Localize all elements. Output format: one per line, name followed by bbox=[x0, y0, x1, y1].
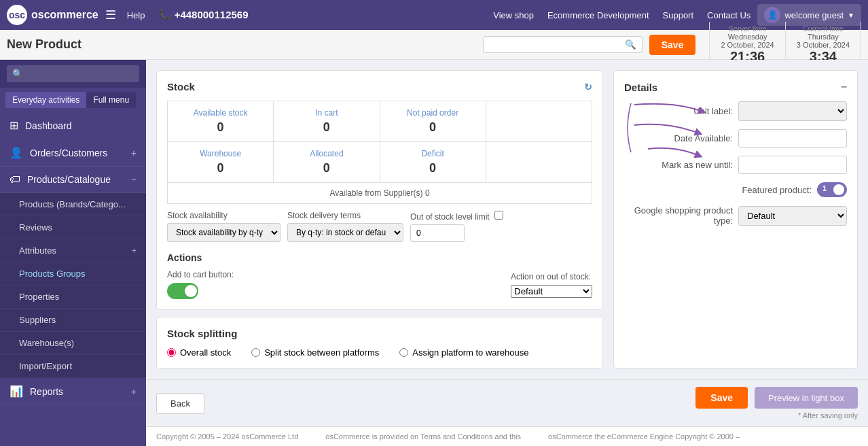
support-link[interactable]: Support bbox=[663, 10, 694, 20]
out-of-stock-input[interactable] bbox=[410, 224, 465, 242]
reports-expand-icon[interactable]: + bbox=[131, 386, 137, 397]
sidebar-item-warehouses[interactable]: Warehouse(s) bbox=[0, 332, 146, 355]
back-button[interactable]: Back bbox=[156, 393, 204, 414]
preview-button[interactable]: Preview in light box bbox=[755, 387, 858, 409]
warehouse-label: Warehouse bbox=[171, 149, 270, 158]
delivery-terms-group: Stock delivery terms By q-ty: in stock o… bbox=[287, 211, 403, 242]
orders-icon: 👤 bbox=[10, 146, 23, 159]
footer-terms: osCommerce is provided on Terms and Cond… bbox=[325, 432, 521, 441]
date-available-input[interactable] bbox=[738, 129, 847, 148]
delivery-terms-select[interactable]: By q-ty: in stock or defau bbox=[287, 223, 403, 242]
action-on-out-select[interactable]: Default bbox=[511, 285, 592, 298]
reports-icon: 📊 bbox=[10, 385, 23, 398]
sidebar-item-dashboard[interactable]: ⊞ Dashboard bbox=[0, 112, 146, 139]
server-time-label: Server time bbox=[721, 24, 774, 33]
actions-title: Actions bbox=[167, 252, 592, 263]
stock-splitting-title: Stock splitting bbox=[167, 328, 592, 339]
featured-product-label: Featured product: bbox=[723, 185, 812, 195]
sidebar-item-reviews[interactable]: Reviews bbox=[0, 216, 146, 239]
server-date: Wednesday2 October, 2024 bbox=[721, 33, 774, 49]
details-panel-title: Details − bbox=[624, 81, 847, 93]
contact-us-link[interactable]: Contact Us bbox=[707, 10, 751, 20]
sidebar-item-orders[interactable]: 👤 Orders/Customers + bbox=[0, 139, 146, 167]
everyday-activities-button[interactable]: Everyday activities bbox=[5, 92, 86, 108]
available-stock-label: Available stock bbox=[171, 108, 270, 118]
delivery-terms-label: Stock delivery terms bbox=[287, 211, 403, 220]
search-input[interactable] bbox=[484, 37, 619, 52]
featured-product-row: Featured product: 1 bbox=[624, 182, 847, 197]
overall-stock-radio[interactable] bbox=[167, 348, 176, 357]
in-cart-label: In cart bbox=[277, 108, 376, 118]
view-shop-link[interactable]: View shop bbox=[493, 10, 534, 20]
out-of-stock-group: Out of stock level limit bbox=[410, 211, 503, 242]
featured-product-toggle[interactable]: 1 bbox=[817, 182, 847, 197]
mark-as-new-input[interactable] bbox=[738, 156, 847, 174]
stock-panel-title: Stock ↻ bbox=[167, 81, 592, 92]
split-platforms-radio[interactable] bbox=[251, 348, 260, 357]
toggle-slider bbox=[167, 283, 198, 299]
sidebar-item-attributes[interactable]: Attributes + bbox=[0, 239, 146, 262]
assign-platform-radio[interactable] bbox=[399, 348, 408, 357]
assign-platform-option[interactable]: Assign platform to warehouse bbox=[399, 347, 528, 358]
menu-hamburger-icon[interactable]: ☰ bbox=[105, 7, 116, 22]
overall-stock-option[interactable]: Overall stock bbox=[167, 347, 231, 358]
footer-copyright: Copyright © 2005 – 2024 osCommerce Ltd bbox=[156, 432, 298, 441]
stock-availability-group: Stock availability Stock availability by… bbox=[167, 211, 281, 242]
panels-row: Stock ↻ Available stock 0 In cart 0 bbox=[156, 70, 858, 368]
google-shopping-select[interactable]: Default bbox=[738, 206, 847, 226]
not-paid-order-label: Not paid order bbox=[384, 108, 482, 118]
out-of-stock-label: Out of stock level limit bbox=[410, 211, 503, 222]
overall-stock-label: Overall stock bbox=[180, 347, 231, 358]
out-of-stock-checkbox[interactable] bbox=[494, 211, 503, 220]
ecommerce-dev-link[interactable]: Ecommerce Development bbox=[547, 10, 649, 20]
save-button-bottom[interactable]: Save bbox=[695, 387, 748, 409]
left-panel: Stock ↻ Available stock 0 In cart 0 bbox=[156, 70, 603, 368]
allocated-cell: Allocated 0 bbox=[274, 142, 379, 182]
deficit-value: 0 bbox=[384, 161, 482, 175]
help-link[interactable]: Help bbox=[127, 10, 145, 20]
google-shopping-label: Google shopping product type: bbox=[624, 205, 733, 226]
featured-toggle-on-label: 1 bbox=[822, 184, 827, 192]
sidebar-products-submenu: Products (Brands/Catego... Reviews Attri… bbox=[0, 193, 146, 378]
in-cart-cell: In cart 0 bbox=[274, 101, 379, 141]
sidebar-item-label: Dashboard bbox=[25, 120, 72, 131]
sidebar-item-properties[interactable]: Properties bbox=[0, 286, 146, 309]
products-collapse-icon[interactable]: − bbox=[131, 174, 137, 185]
sidebar-item-importexport[interactable]: Import/Export bbox=[0, 355, 146, 378]
phone-number: 📞 +448000112569 bbox=[158, 9, 248, 21]
action-on-out-group: Action on out of stock: Default bbox=[511, 272, 592, 298]
user-name: welcome guest bbox=[784, 10, 844, 20]
allocated-label: Allocated bbox=[277, 149, 376, 158]
scrollable-content: Stock ↻ Available stock 0 In cart 0 bbox=[146, 60, 868, 379]
deficit-label: Deficit bbox=[384, 149, 482, 158]
unit-label-row: Unit label: bbox=[624, 101, 847, 121]
unit-label-select[interactable] bbox=[738, 101, 847, 121]
footer-engine: osCommerce the eCommerce Engine Copyrigh… bbox=[548, 432, 740, 441]
sidebar-search-input[interactable] bbox=[7, 65, 139, 82]
in-cart-value: 0 bbox=[277, 120, 376, 135]
sidebar-item-products[interactable]: 🏷 Products/Catalogue − bbox=[0, 167, 146, 193]
right-actions: Save Preview in light box * After saving… bbox=[695, 387, 858, 419]
sidebar-item-suppliers[interactable]: Suppliers bbox=[0, 309, 146, 332]
save-button-top[interactable]: Save bbox=[649, 35, 696, 55]
sidebar-item-reports[interactable]: 📊 Reports + bbox=[0, 378, 146, 405]
split-platforms-option[interactable]: Split stock between platforms bbox=[251, 347, 379, 358]
action-on-out-label: Action on out of stock: bbox=[511, 272, 592, 281]
sidebar-item-groups[interactable]: Products Groups bbox=[0, 262, 146, 286]
search-button[interactable]: 🔍 bbox=[619, 37, 642, 52]
attributes-expand-icon[interactable]: + bbox=[131, 245, 137, 256]
details-panel: Details − bbox=[613, 70, 858, 368]
orders-expand-icon[interactable]: + bbox=[131, 148, 137, 158]
sidebar-item-brands[interactable]: Products (Brands/Catego... bbox=[0, 193, 146, 216]
stock-availability-select[interactable]: Stock availability by q-ty bbox=[167, 223, 281, 242]
logo[interactable]: osc oscommerce bbox=[7, 5, 98, 25]
sidebar-search-area bbox=[0, 60, 146, 88]
refresh-icon[interactable]: ↻ bbox=[584, 82, 592, 92]
user-dropdown-chevron-icon: ▼ bbox=[848, 12, 854, 19]
full-menu-button[interactable]: Full menu bbox=[86, 92, 136, 108]
sidebar-item-label: Orders/Customers bbox=[30, 148, 107, 158]
add-to-cart-toggle[interactable] bbox=[167, 283, 198, 299]
page-title: New Product bbox=[7, 37, 476, 52]
add-to-cart-label: Add to cart button: bbox=[167, 270, 234, 279]
details-collapse-button[interactable]: − bbox=[841, 81, 847, 93]
